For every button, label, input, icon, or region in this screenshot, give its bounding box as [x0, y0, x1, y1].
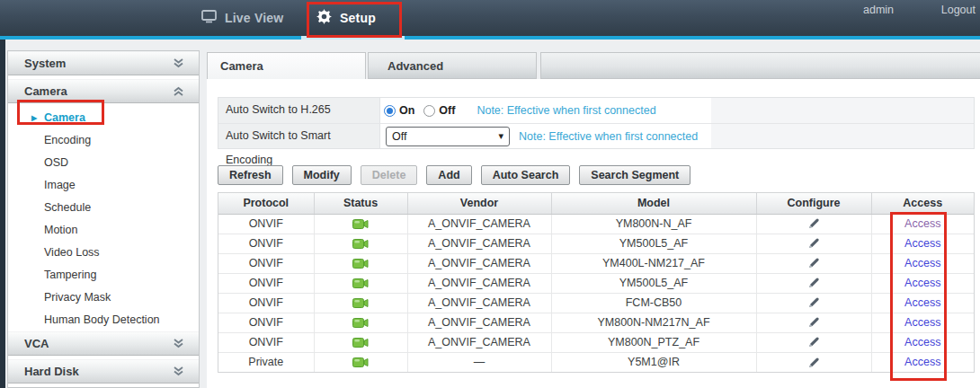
sidebar-item-human-body-detection[interactable]: Human Body Detection — [8, 309, 199, 331]
green-camcorder-icon — [352, 336, 369, 348]
configure-cell — [756, 253, 871, 273]
model-cell: YM800N_PTZ_AF — [551, 332, 756, 352]
status-cell — [314, 214, 407, 234]
pencil-icon[interactable] — [807, 277, 820, 290]
sidebar-section-system[interactable]: System — [8, 51, 199, 75]
pencil-icon[interactable] — [807, 296, 820, 310]
status-cell — [314, 234, 407, 253]
sidebar-item-encoding[interactable]: Encoding — [8, 129, 199, 152]
green-camcorder-icon — [352, 296, 369, 309]
model-cell: YM800N-N_AF — [551, 214, 756, 234]
tab-camera[interactable]: Camera — [207, 52, 366, 79]
sidebar-item-label: Image — [44, 179, 76, 191]
table-row: ONVIFA_ONVIF_CAMERAYM500L5_AFAccess — [218, 273, 974, 293]
pencil-icon[interactable] — [807, 356, 820, 369]
sidebar-item-label: Video Loss — [44, 246, 100, 259]
access-link[interactable]: Access — [904, 217, 940, 230]
tab-strip-filler — [540, 52, 980, 79]
vendor-cell: A_ONVIF_CAMERA — [407, 293, 551, 313]
sidebar-item-osd[interactable]: OSD — [8, 152, 199, 174]
add-button[interactable]: Add — [426, 165, 471, 185]
pencil-icon[interactable] — [807, 217, 820, 231]
model-cell: FCM-CB50 — [551, 293, 756, 313]
select-value: Off — [392, 130, 406, 143]
protocol-cell: Private — [218, 352, 314, 372]
logout-link[interactable]: Logout — [941, 4, 976, 16]
sidebar-item-video-loss[interactable]: Video Loss — [8, 242, 199, 264]
sidebar-item-motion[interactable]: Motion — [8, 219, 199, 242]
toolbar: RefreshModifyDeleteAddAuto SearchSearch … — [218, 165, 690, 185]
status-cell — [314, 313, 407, 332]
pencil-icon[interactable] — [807, 257, 820, 270]
modify-button[interactable]: Modify — [292, 165, 352, 185]
sidebar-item-tampering[interactable]: Tampering — [8, 264, 199, 287]
sidebar-item-schedule[interactable]: Schedule — [8, 197, 199, 219]
table-row: ONVIFA_ONVIF_CAMERAYM800N_PTZ_AFAccess — [218, 332, 974, 352]
sidebar-edge-strip — [0, 40, 5, 388]
sidebar-item-label: Tampering — [44, 269, 96, 281]
access-cell: Access — [871, 293, 974, 313]
access-cell: Access — [871, 253, 974, 273]
triangle-right-icon: ▶ — [31, 107, 37, 129]
protocol-cell: ONVIF — [218, 214, 314, 234]
status-cell — [314, 293, 407, 313]
access-link[interactable]: Access — [904, 237, 940, 250]
sidebar-section-camera[interactable]: Camera — [8, 79, 199, 103]
radio-on[interactable] — [384, 105, 396, 117]
configure-cell — [756, 293, 871, 313]
protocol-cell: ONVIF — [218, 273, 314, 293]
sidebar-item-image[interactable]: Image — [8, 174, 199, 197]
protocol-cell: ONVIF — [218, 332, 314, 352]
sidebar-item-label: Human Body Detection — [44, 313, 160, 326]
access-link[interactable]: Access — [904, 356, 940, 368]
green-camcorder-icon — [352, 257, 369, 269]
model-cell: YM800N-NM217N_AF — [551, 313, 756, 332]
monitor-icon — [201, 10, 217, 27]
sidebar-section-hard-disk[interactable]: Hard Disk — [8, 359, 199, 384]
access-link[interactable]: Access — [904, 316, 940, 329]
camera-table: ProtocolStatusVendorModelConfigureAccess… — [218, 192, 975, 373]
pencil-icon[interactable] — [807, 237, 820, 251]
access-link[interactable]: Access — [904, 336, 940, 348]
access-link[interactable]: Access — [904, 277, 940, 289]
double-chevron-down-icon — [173, 56, 184, 72]
auto-search-button[interactable]: Auto Search — [481, 165, 571, 185]
nav-setup[interactable]: Setup — [316, 0, 376, 36]
smart-encoding-select[interactable]: Off ▾ — [386, 127, 510, 146]
access-cell: Access — [871, 214, 974, 234]
sidebar-item-privacy-mask[interactable]: Privacy Mask — [8, 287, 199, 309]
sidebar-item-camera[interactable]: ▶Camera — [8, 107, 199, 129]
access-link[interactable]: Access — [904, 296, 940, 309]
chevron-down-icon: ▾ — [498, 130, 503, 142]
vendor-cell: A_ONVIF_CAMERA — [407, 234, 551, 253]
double-chevron-up-icon — [173, 84, 184, 100]
sidebar-item-label: Privacy Mask — [44, 291, 111, 304]
nav-setup-label: Setup — [340, 11, 376, 25]
access-link[interactable]: Access — [904, 257, 940, 269]
pencil-icon[interactable] — [807, 316, 820, 330]
sidebar-section-vca[interactable]: VCA — [8, 331, 199, 356]
pencil-icon[interactable] — [807, 336, 820, 349]
column-header-protocol: Protocol — [218, 193, 314, 214]
setting-note: Note: Effective when first connected — [477, 104, 655, 117]
protocol-cell: ONVIF — [218, 313, 314, 332]
column-header-access: Access — [871, 193, 974, 214]
radio-off[interactable] — [423, 105, 435, 117]
vendor-cell: — — [407, 352, 551, 372]
configure-cell — [756, 273, 871, 293]
sidebar-submenu: ▶CameraEncodingOSDImageScheduleMotionVid… — [8, 107, 199, 331]
setting-row-smart-encoding: Auto Switch to Smart Encoding Off ▾ Note… — [218, 123, 974, 148]
search-segment-button[interactable]: Search Segment — [579, 165, 690, 185]
tab-advanced[interactable]: Advanced — [368, 52, 537, 79]
protocol-cell: ONVIF — [218, 234, 314, 253]
nav-live-view[interactable]: Live View — [201, 0, 283, 36]
model-cell: YM400L-NM217_AF — [551, 253, 756, 273]
green-camcorder-icon — [352, 217, 369, 230]
access-cell: Access — [871, 234, 974, 253]
status-cell — [314, 253, 407, 273]
setting-note: Note: Effective when first connected — [519, 130, 698, 143]
refresh-button[interactable]: Refresh — [218, 165, 283, 185]
logged-in-user: admin — [863, 4, 894, 16]
delete-button: Delete — [361, 165, 418, 185]
double-chevron-down-icon — [173, 364, 184, 380]
